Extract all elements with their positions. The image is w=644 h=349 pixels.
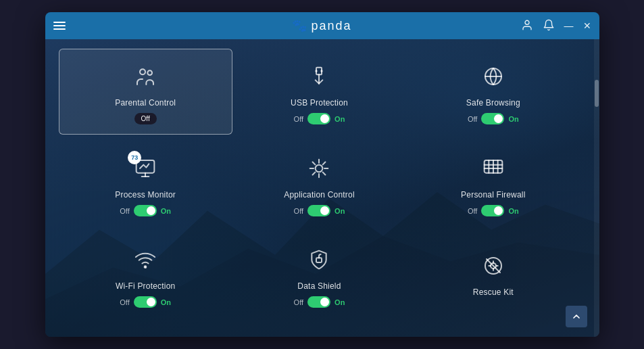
toggle-right-label-application-control: On	[335, 207, 345, 215]
safe-browsing-icon	[478, 62, 508, 91]
scroll-to-top-button[interactable]	[566, 306, 587, 327]
toggle-knob-safe-browsing	[494, 114, 503, 123]
title-bar-center: 🐾 panda	[292, 18, 351, 33]
toggle-process-monitor[interactable]	[134, 205, 157, 216]
process-monitor-icon: 73	[130, 154, 160, 183]
close-button[interactable]: ✕	[583, 21, 591, 30]
card-label-data-shield: Data Shield	[297, 281, 341, 291]
menu-button[interactable]	[53, 22, 66, 30]
toggle-right-label-process-monitor: On	[161, 207, 171, 215]
card-usb-protection[interactable]: USB Protection Off On	[232, 49, 406, 135]
toggle-knob-usb-protection	[320, 114, 329, 123]
toggle-row-wifi-protection: Off On	[120, 296, 171, 308]
toggle-data-shield[interactable]	[307, 296, 330, 308]
toggle-left-label-process-monitor: Off	[120, 207, 129, 215]
toggle-wifi-protection[interactable]	[134, 296, 157, 308]
card-label-personal-firewall: Personal Firewall	[461, 190, 525, 200]
toggle-personal-firewall[interactable]	[481, 205, 504, 216]
card-parental-control[interactable]: Parental Control Off	[59, 49, 232, 135]
usb-protection-icon	[304, 62, 334, 91]
title-bar-left	[53, 22, 66, 30]
card-safe-browsing[interactable]: Safe Browsing Off On	[406, 49, 580, 135]
toggle-row-usb-protection: Off On	[294, 113, 345, 124]
toggle-right-label-wifi-protection: On	[161, 298, 171, 306]
toggle-left-label-usb-protection: Off	[294, 115, 303, 123]
card-label-safe-browsing: Safe Browsing	[466, 98, 520, 108]
svg-point-20	[145, 266, 147, 268]
toggle-left-label-wifi-protection: Off	[120, 298, 129, 306]
toggle-right-label-safe-browsing: On	[508, 115, 518, 123]
card-application-control[interactable]: Application Control Off On	[232, 141, 406, 226]
toggle-knob-application-control	[320, 206, 329, 215]
toggle-row-application-control: Off On	[294, 205, 345, 216]
title-bar: 🐾 panda — ✕	[45, 12, 599, 39]
application-control-icon	[304, 154, 334, 183]
card-label-process-monitor: Process Monitor	[115, 190, 176, 200]
scrollbar[interactable]	[594, 39, 599, 337]
parental-control-icon	[130, 62, 160, 91]
toggle-left-label-application-control: Off	[294, 207, 303, 215]
card-wifi-protection[interactable]: Wi-Fi Protection Off On	[59, 233, 232, 317]
svg-point-13	[316, 165, 323, 172]
notification-icon[interactable]	[543, 19, 555, 32]
card-label-parental-control: Parental Control	[115, 98, 176, 108]
card-label-application-control: Application Control	[284, 190, 355, 200]
toggle-row-data-shield: Off On	[294, 296, 345, 308]
toggle-right-label-usb-protection: On	[335, 115, 345, 123]
card-process-monitor[interactable]: 73 Process Monitor Off On	[59, 141, 232, 226]
main-content: Parental Control Off USB Protection Off …	[45, 39, 594, 337]
svg-point-3	[140, 69, 145, 74]
personal-firewall-icon	[478, 154, 508, 183]
toggle-knob-wifi-protection	[147, 298, 155, 306]
toggle-left-label-safe-browsing: Off	[468, 115, 477, 123]
scrollbar-thumb[interactable]	[595, 80, 599, 107]
app-window: 🐾 panda — ✕	[45, 12, 599, 337]
rescue-kit-icon	[478, 251, 508, 281]
toggle-off-label-parental-control[interactable]: Off	[134, 113, 157, 124]
minimize-button[interactable]: —	[564, 21, 574, 30]
features-grid: Parental Control Off USB Protection Off …	[59, 49, 580, 317]
svg-rect-21	[316, 258, 322, 262]
content-area: Parental Control Off USB Protection Off …	[45, 39, 599, 337]
card-data-shield[interactable]: Data Shield Off On	[232, 233, 406, 317]
card-personal-firewall[interactable]: Personal Firewall Off On	[406, 141, 580, 226]
user-icon[interactable]	[521, 19, 533, 32]
svg-point-0	[525, 20, 529, 24]
toggle-knob-data-shield	[320, 298, 329, 306]
toggle-row-personal-firewall: Off On	[468, 205, 519, 216]
svg-point-4	[147, 70, 152, 75]
toggle-knob-process-monitor	[147, 206, 155, 215]
toggle-row-process-monitor: Off On	[120, 205, 171, 216]
toggle-row-safe-browsing: Off On	[468, 113, 519, 124]
card-label-usb-protection: USB Protection	[291, 98, 348, 108]
toggle-row-parental-control: Off	[134, 113, 157, 124]
toggle-right-label-data-shield: On	[335, 298, 345, 306]
toggle-right-label-personal-firewall: On	[508, 207, 518, 215]
card-label-wifi-protection: Wi-Fi Protection	[116, 281, 176, 291]
card-label-rescue-kit: Rescue Kit	[473, 287, 514, 297]
toggle-left-label-personal-firewall: Off	[468, 207, 477, 215]
toggle-safe-browsing[interactable]	[481, 113, 504, 124]
toggle-application-control[interactable]	[307, 205, 330, 216]
app-title: panda	[311, 19, 351, 33]
data-shield-icon	[304, 245, 334, 275]
wifi-protection-icon	[130, 245, 160, 275]
toggle-usb-protection[interactable]	[307, 113, 330, 124]
card-rescue-kit[interactable]: Rescue Kit	[406, 233, 580, 317]
toggle-left-label-data-shield: Off	[294, 298, 303, 306]
toggle-knob-personal-firewall	[494, 206, 503, 215]
title-bar-right: — ✕	[521, 19, 591, 32]
app-logo-icon: 🐾	[292, 18, 307, 33]
